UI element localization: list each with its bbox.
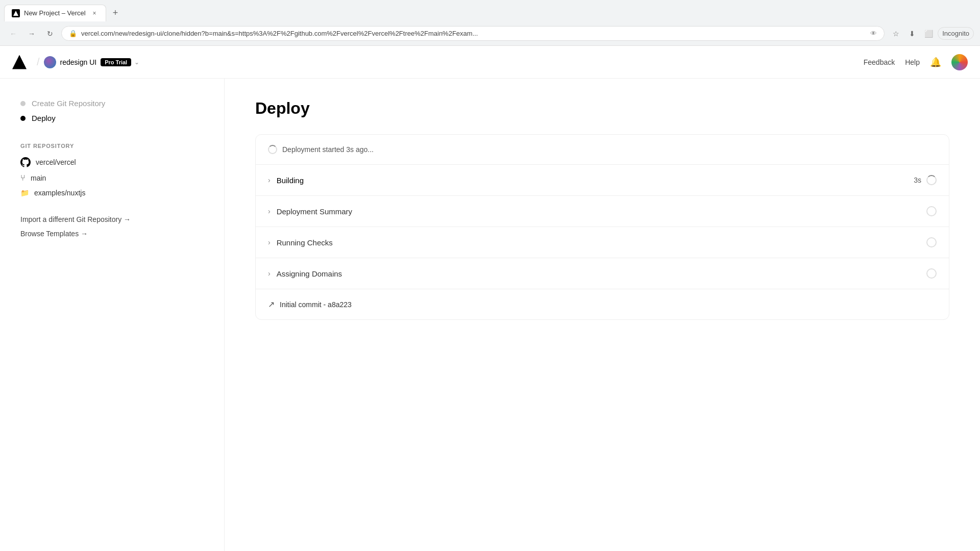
forward-button[interactable]: → <box>24 27 39 41</box>
assigning-domains-row[interactable]: › Assigning Domains <box>256 258 949 289</box>
feedback-button[interactable]: Feedback <box>864 58 895 66</box>
incognito-label: Incognito <box>938 27 974 40</box>
building-label: Building <box>277 176 304 185</box>
sidebar: Create Git Repository Deploy GIT REPOSIT… <box>0 79 225 551</box>
summary-pending-icon <box>926 206 937 216</box>
folder-icon: 📁 <box>20 189 29 197</box>
deployment-status-text: Deployment started 3s ago... <box>282 145 374 154</box>
pro-trial-badge: Pro Trial <box>101 58 131 66</box>
deployment-spinner <box>268 145 277 154</box>
address-text: vercel.com/new/redesign-ui/clone/hidden?… <box>81 30 866 37</box>
branch-icon: ⑂ <box>20 173 26 183</box>
help-button[interactable]: Help <box>905 58 920 66</box>
sidebar-links: Import a different Git Repository → Brow… <box>20 215 204 238</box>
new-tab-button[interactable]: + <box>108 6 122 20</box>
nav-bar: ← → ↻ 🔒 vercel.com/new/redesign-ui/clone… <box>0 21 980 46</box>
step-dot-deploy <box>20 116 26 121</box>
folder-name-text: examples/nuxtjs <box>34 189 85 197</box>
repo-name-text: vercel/vercel <box>36 158 76 166</box>
building-spinner-icon <box>926 175 937 185</box>
checks-chevron-icon: › <box>268 238 271 246</box>
user-avatar[interactable] <box>951 54 968 70</box>
step-list: Create Git Repository Deploy <box>20 99 204 122</box>
step-deploy[interactable]: Deploy <box>20 114 204 122</box>
folder-item: 📁 examples/nuxtjs <box>20 189 204 197</box>
browser-chrome: New Project – Vercel × + ← → ↻ 🔒 vercel.… <box>0 0 980 46</box>
header-separator: / <box>37 56 40 68</box>
building-right: 3s <box>914 175 937 185</box>
header-right: Feedback Help 🔔 <box>864 54 968 70</box>
running-checks-row[interactable]: › Running Checks <box>256 227 949 258</box>
building-time: 3s <box>914 176 921 184</box>
branch-item: ⑂ main <box>20 173 204 183</box>
tab-favicon <box>12 9 20 17</box>
bookmark-button[interactable]: ☆ <box>889 27 903 41</box>
project-avatar <box>44 56 56 68</box>
deployment-summary-label: Deployment Summary <box>277 207 352 216</box>
domains-pending-icon <box>926 268 937 279</box>
deploy-title: Deploy <box>255 99 949 118</box>
import-git-link[interactable]: Import a different Git Repository → <box>20 215 204 223</box>
building-section-row[interactable]: › Building 3s <box>256 165 949 196</box>
deployment-summary-row[interactable]: › Deployment Summary <box>256 196 949 227</box>
step-label-deploy: Deploy <box>32 114 56 122</box>
tab-close-button[interactable]: × <box>90 9 99 17</box>
git-section-title: GIT REPOSITORY <box>20 143 204 149</box>
github-icon <box>20 157 31 167</box>
content-area: Create Git Repository Deploy GIT REPOSIT… <box>0 79 980 551</box>
back-button[interactable]: ← <box>6 27 20 41</box>
commit-text[interactable]: Initial commit - a8a223 <box>280 300 352 309</box>
summary-chevron-icon: › <box>268 207 271 215</box>
nav-actions: ☆ ⬇ ⬜ Incognito <box>889 27 974 41</box>
git-repo-section: GIT REPOSITORY vercel/vercel ⑂ main 📁 ex… <box>20 143 204 197</box>
notifications-bell-icon[interactable]: 🔔 <box>930 57 941 68</box>
tabs-bar: New Project – Vercel × + <box>0 0 980 21</box>
deployment-status-row: Deployment started 3s ago... <box>256 135 949 165</box>
extensions-button[interactable]: ⬜ <box>921 27 936 41</box>
building-chevron-icon: › <box>268 176 271 184</box>
domains-right <box>926 268 937 279</box>
address-bar[interactable]: 🔒 vercel.com/new/redesign-ui/clone/hidde… <box>61 26 885 41</box>
domains-chevron-icon: › <box>268 269 271 278</box>
step-dot-create <box>20 101 26 106</box>
initial-commit-row: ↗ Initial commit - a8a223 <box>256 289 949 319</box>
step-label-create: Create Git Repository <box>32 99 105 108</box>
tab-title: New Project – Vercel <box>24 9 86 17</box>
step-create-git[interactable]: Create Git Repository <box>20 99 204 108</box>
browse-templates-link[interactable]: Browse Templates → <box>20 230 204 238</box>
app-header: / redesign UI Pro Trial ⌄ Feedback Help … <box>0 46 980 79</box>
running-checks-label: Running Checks <box>277 238 333 247</box>
eye-off-icon: 👁 <box>870 30 877 37</box>
branch-name-text: main <box>31 174 46 182</box>
main-content: Deploy Deployment started 3s ago... › Bu… <box>225 79 980 551</box>
deploy-container: Deployment started 3s ago... › Building … <box>255 134 949 320</box>
header-chevron-icon[interactable]: ⌄ <box>134 59 139 66</box>
assigning-domains-label: Assigning Domains <box>277 269 342 278</box>
download-button[interactable]: ⬇ <box>905 27 919 41</box>
external-link-icon: ↗ <box>268 299 275 309</box>
summary-right <box>926 206 937 216</box>
active-tab[interactable]: New Project – Vercel × <box>4 5 106 21</box>
refresh-button[interactable]: ↻ <box>43 27 57 41</box>
project-name: redesign UI <box>60 58 97 66</box>
vercel-logo[interactable] <box>12 55 27 69</box>
checks-right <box>926 237 937 247</box>
checks-pending-icon <box>926 237 937 247</box>
repo-name-item: vercel/vercel <box>20 157 204 167</box>
